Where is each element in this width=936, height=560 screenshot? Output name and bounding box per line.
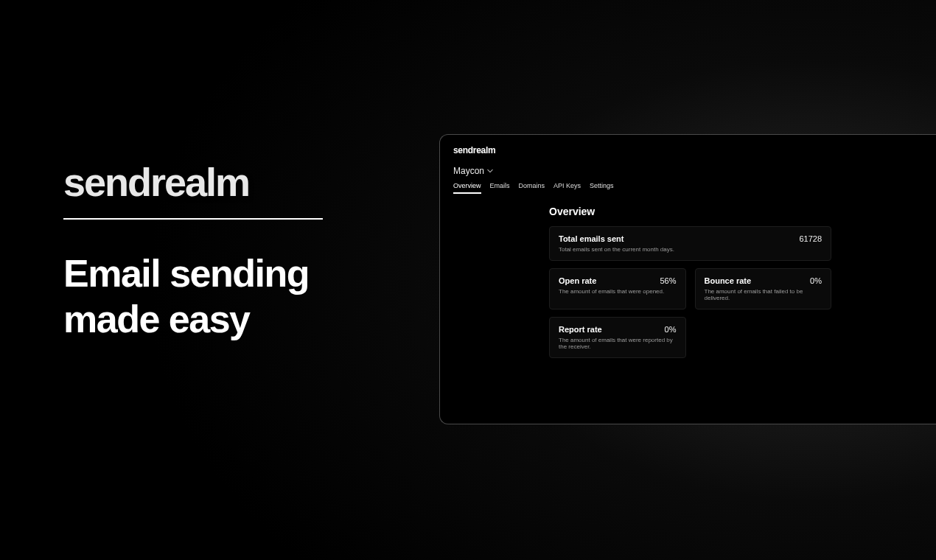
page-title: Overview <box>549 206 831 217</box>
card-title: Total emails sent <box>559 234 624 243</box>
card-value: 0% <box>810 276 822 285</box>
hero-divider <box>63 218 323 220</box>
hero: sendrealm Email sending made easy <box>63 159 388 343</box>
card-value: 56% <box>660 276 676 285</box>
app-brand: sendrealm <box>453 145 927 155</box>
card-title: Report rate <box>559 325 602 334</box>
tabs: Overview Emails Domains API Keys Setting… <box>453 182 927 194</box>
main-content: Overview Total emails sent 61728 Total e… <box>453 194 927 358</box>
tab-settings[interactable]: Settings <box>590 182 614 194</box>
card-desc: The amount of emails that were opened. <box>559 288 677 295</box>
card-desc: The amount of emails that were reported … <box>559 337 677 350</box>
tab-domains[interactable]: Domains <box>519 182 545 194</box>
tab-api-keys[interactable]: API Keys <box>553 182 581 194</box>
user-name-label: Maycon <box>453 166 484 176</box>
card-total-sent: Total emails sent 61728 Total emails sen… <box>549 226 831 261</box>
card-desc: Total emails sent on the current month d… <box>559 246 822 253</box>
app-frame: sendrealm Maycon Overview Emails Domains… <box>439 134 936 424</box>
card-desc: The amount of emails that failed to be d… <box>705 288 823 301</box>
user-menu[interactable]: Maycon <box>453 166 927 176</box>
card-value: 61728 <box>799 234 822 243</box>
tab-overview[interactable]: Overview <box>453 182 481 194</box>
card-bounce-rate: Bounce rate 0% The amount of emails that… <box>695 268 832 309</box>
card-report-rate: Report rate 0% The amount of emails that… <box>549 317 686 358</box>
card-title: Bounce rate <box>705 276 752 285</box>
card-title: Open rate <box>559 276 596 285</box>
card-value: 0% <box>665 325 677 334</box>
hero-brand: sendrealm <box>63 159 388 205</box>
tab-emails[interactable]: Emails <box>490 182 510 194</box>
chevron-down-icon <box>487 168 493 174</box>
card-open-rate: Open rate 56% The amount of emails that … <box>549 268 686 309</box>
hero-tagline: Email sending made easy <box>63 251 388 343</box>
